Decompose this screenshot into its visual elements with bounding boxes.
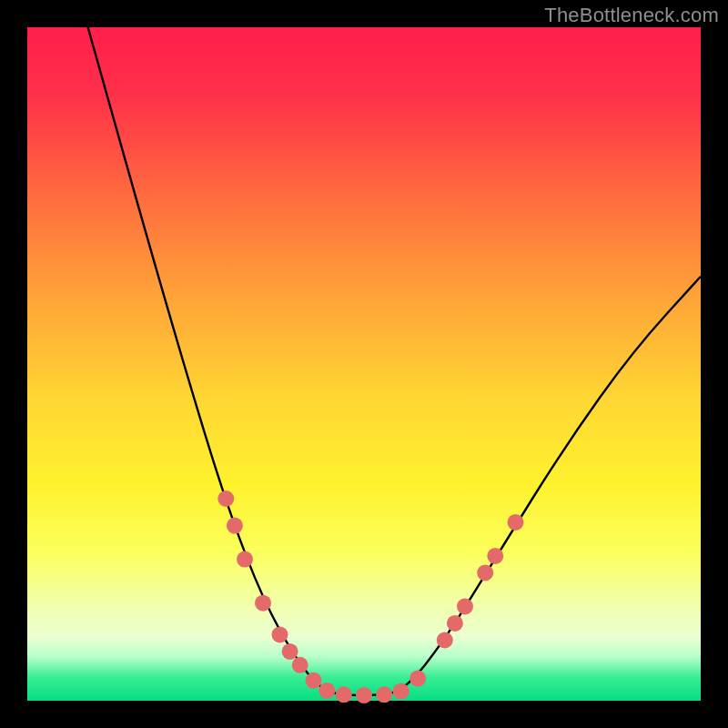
chart-svg (27, 27, 701, 701)
highlight-dot (457, 598, 473, 614)
highlight-dot (282, 643, 298, 660)
highlight-dot (437, 632, 453, 648)
highlight-dot (477, 564, 493, 581)
highlight-dot (255, 595, 271, 612)
highlight-dot (306, 672, 322, 689)
highlight-dot (393, 683, 410, 700)
highlight-dot (356, 687, 372, 703)
highlight-dot (447, 615, 463, 632)
highlight-dot (227, 518, 243, 534)
highlight-dot (487, 548, 503, 564)
outer-frame: TheBottleneck.com (0, 0, 728, 728)
watermark-text: TheBottleneck.com (544, 4, 719, 27)
highlight-dot (217, 490, 234, 507)
bottleneck-curve (88, 27, 701, 695)
highlight-dot (508, 514, 524, 531)
highlight-dot (318, 682, 335, 699)
highlight-dot (336, 686, 352, 703)
highlight-dot (410, 671, 426, 687)
plot-area (27, 27, 701, 701)
highlight-dot (237, 551, 253, 568)
highlight-dot (272, 626, 288, 642)
highlight-dot (292, 657, 308, 673)
highlight-dot (376, 686, 392, 703)
